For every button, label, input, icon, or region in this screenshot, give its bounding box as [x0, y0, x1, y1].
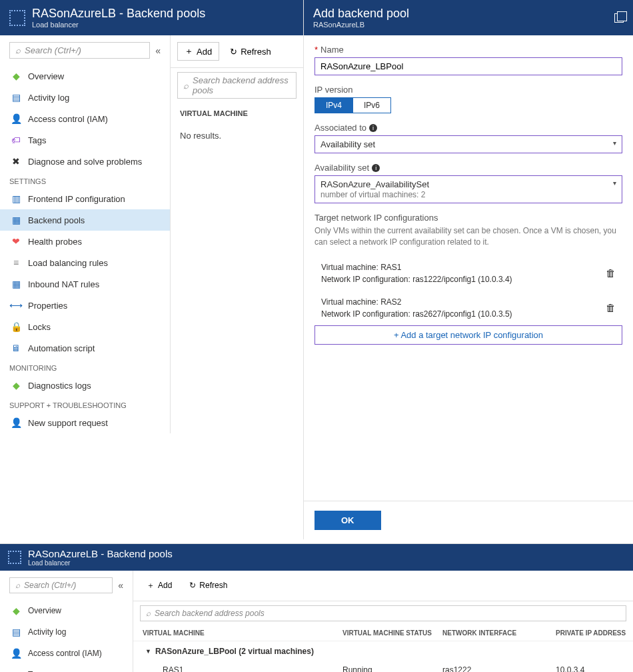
add-target-ip-link[interactable]: + Add a target network IP configuration	[315, 325, 622, 345]
sidebar-item-health-probes[interactable]: ❤Health probes	[0, 231, 170, 252]
nav-icon: ◆	[11, 605, 21, 616]
maximize-icon[interactable]	[614, 13, 624, 23]
section-monitoring: MONITORING	[0, 359, 170, 375]
sidebar-item-activity-log[interactable]: ▤Activity log	[0, 87, 170, 108]
sidebar-item-diagnose-and-solve-problems[interactable]: ✖Diagnose and solve problems	[0, 151, 170, 172]
add-button[interactable]: ＋ Add	[177, 42, 219, 61]
expand-icon[interactable]: ▼	[145, 648, 151, 655]
nav-label: Frontend IP configuration	[28, 194, 125, 204]
sidebar-item-tags[interactable]: 🏷Tags	[0, 664, 133, 672]
sidebar-search-input[interactable]: ⌕ Search (Ctrl+/)	[9, 42, 150, 59]
search-icon: ⌕	[183, 81, 189, 91]
nav-label: Backend pools	[28, 215, 85, 225]
nav-icon: ▤	[11, 627, 21, 637]
sidebar-item-automation-script[interactable]: 🖥Automation script	[0, 337, 170, 359]
sidebar-item-backend-pools[interactable]: ▦Backend pools	[0, 209, 170, 231]
nav-icon: ▥	[11, 193, 21, 204]
nav-label: Automation script	[28, 343, 95, 353]
sidebar-item-overview[interactable]: ◆Overview	[0, 600, 133, 621]
sidebar-item-diagnostics-logs[interactable]: ◆Diagnostics logs	[0, 375, 170, 396]
target-config-label: Target network IP configurations	[315, 213, 622, 223]
sidebar-item-tags[interactable]: 🏷Tags	[0, 129, 170, 151]
nav-label: Tags	[28, 135, 46, 145]
nav-icon: ▦	[11, 215, 21, 225]
ip-version-toggle[interactable]: IPv4 IPv6	[315, 97, 622, 113]
nav-icon: ▤	[11, 92, 21, 103]
sidebar-item-activity-log[interactable]: ▤Activity log	[0, 621, 133, 643]
ip-line: Network IP configuration: ras1222/ipconf…	[321, 273, 512, 285]
nav-icon: 👤	[11, 648, 21, 659]
sidebar-item-access-control-iam-[interactable]: 👤Access control (IAM)	[0, 643, 133, 664]
target-config-description: Only VMs within the current availability…	[315, 225, 622, 248]
sidebar-item-overview[interactable]: ◆Overview	[0, 65, 170, 87]
sidebar-item-new-support-request[interactable]: 👤New support request	[0, 412, 170, 433]
search-icon: ⌕	[15, 45, 21, 55]
nav-icon: 🖥	[11, 343, 21, 353]
table-row[interactable]: RAS1Runningras122210.0.3.4	[133, 661, 633, 672]
nav-label: Load balancing rules	[28, 258, 108, 268]
required-asterisk: *	[315, 45, 318, 55]
refresh-button[interactable]: ↻ Refresh	[223, 44, 278, 59]
ip-config-row: Virtual machine: RAS1Network IP configur…	[315, 256, 622, 291]
associated-to-label: Associated to	[315, 123, 366, 133]
blade-title: RASonAzureLB - Backend pools	[28, 548, 173, 559]
column-vm: VIRTUAL MACHINE	[171, 103, 303, 121]
pool-group-row[interactable]: ▼ RASonAzure_LBPool (2 virtual machines)	[133, 641, 633, 661]
sidebar-item-inbound-nat-rules[interactable]: ▦Inbound NAT rules	[0, 273, 170, 295]
ipv4-option[interactable]: IPv4	[315, 97, 353, 113]
ok-button[interactable]: OK	[315, 511, 381, 530]
ipv6-option[interactable]: IPv6	[353, 97, 391, 113]
blade-title: RASonAzureLB - Backend pools	[32, 7, 205, 21]
nav-label: Activity log	[28, 93, 69, 103]
sidebar: ⌕ Search (Ctrl+/) « ◆Overview▤Activity l…	[0, 35, 171, 433]
plus-icon: ＋	[147, 580, 155, 591]
nav-label: Properties	[28, 301, 67, 311]
pool-search-input[interactable]: ⌕ Search backend address pools	[177, 72, 297, 99]
nav-label: Overview	[28, 606, 61, 615]
panel-header: Add backend pool RASonAzureLB	[304, 0, 633, 35]
no-results-text: No results.	[171, 121, 303, 150]
associated-to-select[interactable]: Availability set	[315, 135, 622, 153]
plus-icon: ＋	[185, 45, 193, 57]
nav-icon: ⟷	[11, 300, 21, 311]
sidebar-item-properties[interactable]: ⟷Properties	[0, 295, 170, 316]
nav-icon: ◆	[11, 71, 21, 81]
refresh-icon: ↻	[189, 581, 196, 590]
pool-search-input[interactable]: ⌕ Search backend address pools	[140, 605, 626, 621]
panel-title: Add backend pool	[313, 7, 614, 21]
add-button[interactable]: ＋ Add	[140, 577, 179, 594]
nav-icon: ✖	[11, 156, 21, 167]
refresh-button[interactable]: ↻ Refresh	[183, 578, 234, 593]
name-input[interactable]	[315, 57, 622, 75]
nav-icon: ◆	[11, 380, 21, 391]
nav-icon: 👤	[11, 417, 21, 428]
nav-label: Locks	[28, 322, 51, 332]
panel-subtitle: RASonAzureLB	[313, 21, 614, 29]
collapse-sidebar-icon[interactable]: «	[155, 45, 161, 56]
nav-icon: ≡	[11, 257, 21, 268]
sidebar-search-input[interactable]: ⌕ Search (Ctrl+/)	[9, 577, 113, 593]
vm-line: Virtual machine: RAS2	[321, 296, 512, 308]
availability-set-select[interactable]: RASonAzure_AvailabilitySet number of vir…	[315, 175, 622, 203]
collapse-sidebar-icon[interactable]: «	[118, 580, 123, 591]
search-icon: ⌕	[146, 609, 151, 618]
sidebar-item-locks[interactable]: 🔒Locks	[0, 316, 170, 337]
info-icon[interactable]: i	[369, 124, 377, 132]
blade-subtitle: Load balancer	[32, 21, 205, 29]
delete-icon[interactable]: 🗑	[606, 302, 616, 313]
sidebar-item-frontend-ip-configuration[interactable]: ▥Frontend IP configuration	[0, 188, 170, 209]
load-balancer-icon	[8, 551, 21, 564]
nav-label: New support request	[28, 418, 108, 428]
delete-icon[interactable]: 🗑	[606, 267, 616, 279]
availability-set-label: Availability set	[315, 163, 369, 173]
ip-config-row: Virtual machine: RAS2Network IP configur…	[315, 291, 622, 325]
load-balancer-icon	[9, 10, 25, 26]
sidebar-item-load-balancing-rules[interactable]: ≡Load balancing rules	[0, 252, 170, 273]
nav-label: Diagnostics logs	[28, 381, 91, 391]
blade-header-top: RASonAzureLB - Backend pools Load balanc…	[0, 0, 303, 35]
sidebar-item-access-control-iam-[interactable]: 👤Access control (IAM)	[0, 108, 170, 129]
search-icon: ⌕	[15, 581, 20, 590]
ip-version-label: IP version	[315, 85, 622, 95]
blade-header-bottom: RASonAzureLB - Backend pools Load balanc…	[0, 544, 633, 571]
info-icon[interactable]: i	[372, 164, 380, 172]
